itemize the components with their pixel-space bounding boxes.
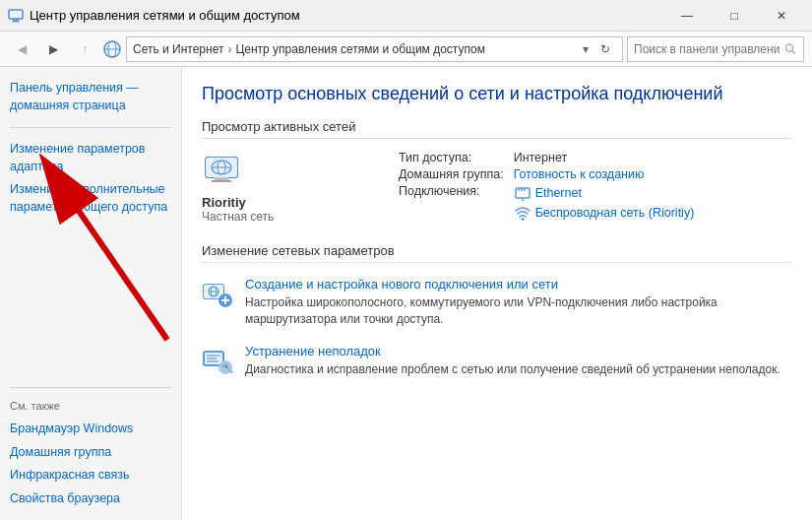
access-type-value: Интернет [514,151,695,164]
troubleshoot-link[interactable]: Устранение неполадок [245,344,781,358]
address-bar: ◀ ▶ ↑ Сеть и Интернет › Центр управления… [0,32,812,67]
close-button[interactable]: ✕ [759,1,804,31]
network-info: Rioritiy Частная сеть Тип доступа: Интер… [202,151,792,224]
network-left: Rioritiy Частная сеть [202,151,399,224]
network-name: Rioritiy [202,195,379,210]
address-icon [102,39,122,59]
back-button[interactable]: ◀ [8,35,35,63]
connections-list: Ethernet Беспроводная сеть (Rioritiy) [514,184,695,224]
page-title: Просмотр основных сведений о сети и наст… [202,83,792,105]
troubleshoot-icon: 🔧 [202,344,233,375]
network-icon [202,152,241,191]
sidebar-link-home[interactable]: Панель управления — домашняя страница [10,79,171,115]
home-group-label: Домашняя группа: [399,167,504,181]
svg-rect-15 [212,180,231,182]
wifi-icon [514,204,531,222]
network-right: Тип доступа: Интернет Домашняя группа: Г… [399,151,694,224]
breadcrumb[interactable]: Сеть и Интернет › Центр управления сетям… [126,36,623,62]
window-icon [8,8,24,24]
settings-content-create: Создание и настройка нового подключения … [245,277,792,328]
svg-rect-14 [215,177,228,180]
breadcrumb-crumb1: Сеть и Интернет [133,42,223,56]
svg-rect-16 [516,188,530,198]
up-button[interactable]: ↑ [71,35,98,63]
sidebar-link-firewall[interactable]: Брандмауэр Windows [10,420,171,439]
title-bar-left: Центр управления сетями и общим доступом [8,8,300,24]
home-group-link[interactable]: Готовность к созданию [514,167,695,181]
settings-content-troubleshoot: Устранение неполадок Диагностика и испра… [245,344,781,378]
sidebar-link-adapter[interactable]: Изменение параметров адаптера [10,140,171,176]
svg-point-21 [521,218,524,221]
create-connection-icon [202,277,233,308]
svg-point-6 [786,44,793,51]
title-bar: Центр управления сетями и общим доступом… [0,0,812,32]
section-active-title: Просмотр активных сетей [202,119,792,139]
maximize-button[interactable]: □ [712,1,757,31]
ethernet-link[interactable]: Ethernet [535,186,582,200]
network-icon-area [202,152,379,191]
sidebar-link-browser[interactable]: Свойства браузера [10,489,171,509]
svg-rect-0 [9,10,23,19]
wifi-link[interactable]: Беспроводная сеть (Rioritiy) [535,206,695,220]
sidebar: Панель управления — домашняя страница Из… [0,67,182,520]
troubleshoot-desc: Диагностика и исправление проблем с сеть… [245,361,781,378]
content-area: Просмотр основных сведений о сети и наст… [182,67,812,520]
window-title: Центр управления сетями и общим доступом [30,8,300,23]
connection-wifi: Беспроводная сеть (Rioritiy) [514,204,695,222]
create-connection-desc: Настройка широкополосного, коммутируемог… [245,294,792,328]
network-type: Частная сеть [202,210,379,224]
minimize-button[interactable]: — [664,1,710,31]
breadcrumb-separator: › [227,42,231,56]
search-icon [784,42,797,56]
create-connection-link[interactable]: Создание и настройка нового подключения … [245,277,792,292]
settings-item-troubleshoot: 🔧 Устранение неполадок Диагностика и исп… [202,344,792,378]
settings-item-create: Создание и настройка нового подключения … [202,277,792,328]
sidebar-link-sharing[interactable]: Изменить дополнительные параметры общего… [10,180,171,217]
sidebar-link-infrared[interactable]: Инфракрасная связь [10,466,171,486]
section-change-title: Изменение сетевых параметров [202,243,792,263]
sidebar-divider-1 [10,127,171,128]
search-box[interactable] [627,36,804,62]
svg-rect-1 [13,20,19,22]
svg-rect-2 [12,21,20,22]
breadcrumb-crumb2: Центр управления сетями и общим доступом [235,42,485,56]
connection-ethernet: Ethernet [514,184,695,202]
sidebar-link-homegroup[interactable]: Домашняя группа [10,443,171,463]
title-bar-controls: — □ ✕ [664,1,804,31]
sidebar-divider-2 [10,387,171,388]
forward-button[interactable]: ▶ [39,35,67,63]
breadcrumb-arrow: ▾ [583,42,589,56]
svg-line-7 [792,50,795,53]
search-input[interactable] [634,42,781,56]
ethernet-icon [514,184,531,202]
access-type-label: Тип доступа: [399,151,504,164]
svg-text:🔧: 🔧 [221,361,233,374]
main-container: Панель управления — домашняя страница Из… [0,67,812,520]
refresh-button[interactable]: ↻ [594,38,616,60]
see-also-label: См. также [10,400,171,412]
connections-label: Подключения: [399,184,504,198]
